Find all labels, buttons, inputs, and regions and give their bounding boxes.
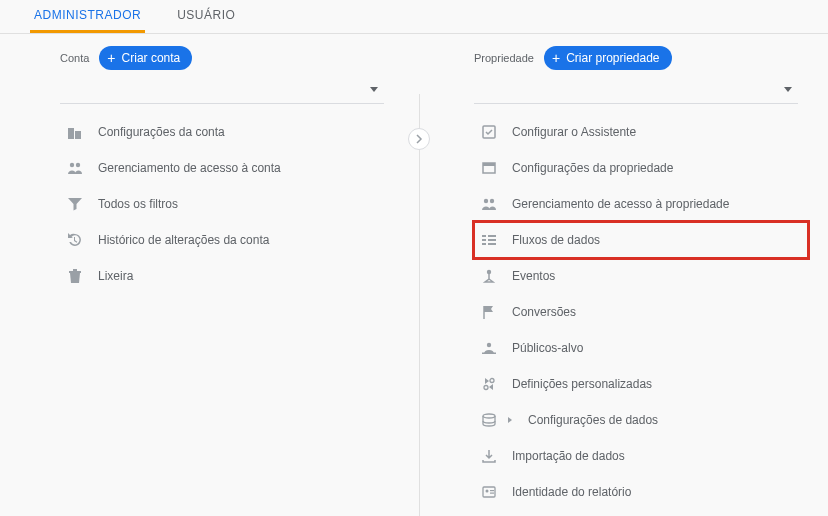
- property-item-label: Gerenciamento de acesso à propriedade: [512, 197, 729, 211]
- create-account-label: Criar conta: [122, 51, 181, 65]
- plus-icon: +: [552, 51, 560, 65]
- property-menu: Configurar o AssistenteConfigurações da …: [474, 114, 808, 516]
- caret-down-icon: [370, 87, 378, 92]
- flag-icon: [480, 304, 498, 320]
- data-streams-icon: [480, 232, 498, 248]
- column-divider: [419, 94, 420, 516]
- property-item-flag[interactable]: Conversões: [474, 294, 808, 330]
- property-item-import[interactable]: Importação de dados: [474, 438, 808, 474]
- property-item-label: Configurar o Assistente: [512, 125, 636, 139]
- property-item-label: Configurações da propriedade: [512, 161, 673, 175]
- people-icon: [66, 160, 84, 176]
- account-item-filter[interactable]: Todos os filtros: [60, 186, 394, 222]
- account-item-label: Histórico de alterações da conta: [98, 233, 269, 247]
- property-item-attribution[interactable]: Configurações de atribuição: [474, 510, 808, 516]
- tab-admin[interactable]: ADMINISTRADOR: [30, 0, 145, 33]
- account-item-building[interactable]: Configurações da conta: [60, 114, 394, 150]
- account-item-label: Configurações da conta: [98, 125, 225, 139]
- account-item-history[interactable]: Histórico de alterações da conta: [60, 222, 394, 258]
- top-tabs: ADMINISTRADOR USUÁRIO: [0, 0, 828, 34]
- property-item-label: Conversões: [512, 305, 576, 319]
- account-item-label: Gerenciamento de acesso à conta: [98, 161, 281, 175]
- people-icon: [480, 196, 498, 212]
- collapse-toggle[interactable]: [408, 128, 430, 150]
- settings-box-icon: [480, 160, 498, 176]
- property-selector[interactable]: [474, 76, 798, 104]
- account-item-label: Todos os filtros: [98, 197, 178, 211]
- assistant-icon: [480, 124, 498, 140]
- property-item-label: Públicos-alvo: [512, 341, 583, 355]
- account-header: Conta + Criar conta: [60, 46, 394, 70]
- property-item-audience[interactable]: Públicos-alvo: [474, 330, 808, 366]
- account-menu: Configurações da contaGerenciamento de a…: [60, 114, 394, 294]
- account-column: Conta + Criar conta Configurações da con…: [0, 46, 414, 516]
- property-header: Propriedade + Criar propriedade: [474, 46, 808, 70]
- property-item-people[interactable]: Gerenciamento de acesso à propriedade: [474, 186, 808, 222]
- filter-icon: [66, 196, 84, 212]
- property-item-label: Configurações de dados: [528, 413, 658, 427]
- create-property-label: Criar propriedade: [566, 51, 659, 65]
- building-icon: [66, 124, 84, 140]
- property-item-events[interactable]: Eventos: [474, 258, 808, 294]
- property-item-assistant[interactable]: Configurar o Assistente: [474, 114, 808, 150]
- property-column: Propriedade + Criar propriedade Configur…: [414, 46, 828, 516]
- account-item-label: Lixeira: [98, 269, 133, 283]
- property-item-label: Eventos: [512, 269, 555, 283]
- admin-content: Conta + Criar conta Configurações da con…: [0, 34, 828, 516]
- property-label: Propriedade: [474, 52, 534, 64]
- property-item-data-settings[interactable]: Configurações de dados: [474, 402, 808, 438]
- tab-user[interactable]: USUÁRIO: [173, 0, 239, 33]
- custom-icon: [480, 376, 498, 392]
- property-item-custom[interactable]: Definições personalizadas: [474, 366, 808, 402]
- import-icon: [480, 448, 498, 464]
- events-icon: [480, 268, 498, 284]
- account-label: Conta: [60, 52, 89, 64]
- account-item-trash[interactable]: Lixeira: [60, 258, 394, 294]
- property-item-label: Importação de dados: [512, 449, 625, 463]
- caret-down-icon: [784, 87, 792, 92]
- property-item-identity[interactable]: Identidade do relatório: [474, 474, 808, 510]
- plus-icon: +: [107, 51, 115, 65]
- identity-icon: [480, 484, 498, 500]
- trash-icon: [66, 268, 84, 284]
- property-item-data-streams[interactable]: Fluxos de dados: [474, 222, 808, 258]
- account-item-people[interactable]: Gerenciamento de acesso à conta: [60, 150, 394, 186]
- property-item-label: Fluxos de dados: [512, 233, 600, 247]
- create-account-button[interactable]: + Criar conta: [99, 46, 192, 70]
- create-property-button[interactable]: + Criar propriedade: [544, 46, 672, 70]
- data-settings-icon: [480, 412, 498, 428]
- chevron-right-icon: [508, 417, 512, 423]
- property-item-settings-box[interactable]: Configurações da propriedade: [474, 150, 808, 186]
- audience-icon: [480, 340, 498, 356]
- property-item-label: Identidade do relatório: [512, 485, 631, 499]
- property-item-label: Definições personalizadas: [512, 377, 652, 391]
- account-selector[interactable]: [60, 76, 384, 104]
- history-icon: [66, 232, 84, 248]
